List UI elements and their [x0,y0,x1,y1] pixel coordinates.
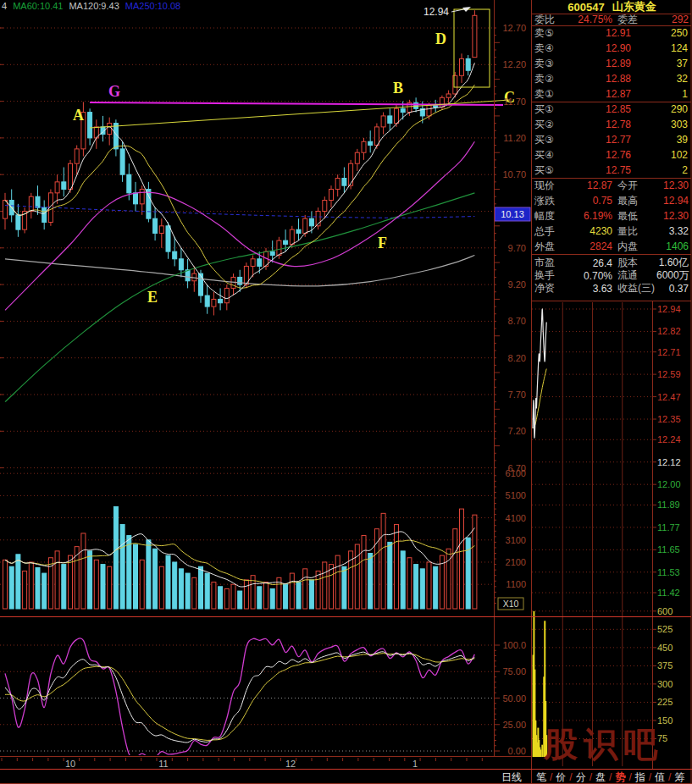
volume-bar [42,573,47,609]
kdj-axis-label: 50.00 [502,693,526,704]
peak-price-label: 12.94 [424,6,449,18]
tab-0[interactable]: 笔 [534,770,549,784]
field-label: 最高 [612,194,656,208]
volume-bar [113,506,118,609]
volume-bar [159,566,163,609]
candle-up [3,201,8,219]
tab-7[interactable]: 筹 [672,770,687,784]
volume-bar [36,568,40,609]
candle-up [355,152,359,163]
month-label-11: 11 [158,759,168,769]
candle-down [36,196,40,207]
volume-bar [414,565,418,609]
bid-row-2[interactable]: 买②12.78303 [532,117,692,132]
level-label: 买⑤ [532,163,565,178]
kdj-k-line [5,652,474,743]
candle-up [473,15,477,57]
level-price[interactable]: 12.85 [565,103,631,115]
volume-bar [368,554,373,610]
volume-bar [284,584,288,609]
candle-up [349,163,353,185]
volume-axis-label: 1100 [506,579,526,589]
candle-down [368,141,373,145]
candle-down [166,226,170,251]
volume-bar [23,571,27,609]
ask-row-4[interactable]: 卖④12.90124 [532,41,692,56]
tab-6[interactable]: 值 [652,770,667,784]
volume-bar [199,566,203,609]
level-price[interactable]: 12.90 [565,42,631,54]
level-qty: 1 [631,88,692,100]
intraday-vol-label: 450 [657,643,673,653]
volume-bar [179,569,183,609]
tab-2[interactable]: 分 [573,770,589,784]
candle-up [374,127,379,146]
level-price[interactable]: 12.78 [565,119,631,130]
intraday-vol-bar [541,745,543,757]
intraday-price-label: 11.65 [657,544,680,555]
level-qty: 2 [631,164,692,176]
level-price[interactable]: 12.88 [565,73,631,85]
ask-row-2[interactable]: 卖②12.8832 [532,71,692,86]
annotation-letter-E: E [147,289,158,306]
annotation-letter-B: B [393,80,403,97]
field-value: 4230 [565,225,612,237]
level-price[interactable]: 12.89 [565,58,631,69]
level-label: 卖④ [532,41,565,56]
tab-daily[interactable]: 日线 [501,770,529,784]
level-price[interactable]: 12.77 [565,134,631,146]
field-value: 12.87 [565,179,612,191]
level-label: 买④ [532,148,565,163]
volume-bar [108,566,112,609]
volume-bar [309,580,313,609]
candle-down [16,215,20,229]
volume-bar [257,587,262,609]
intraday-price-label: 12.00 [657,479,681,489]
annotation-letter-A: A [73,107,84,124]
annotation-letter-G: G [108,83,120,100]
volume-bar [466,538,470,609]
level-label: 卖⑤ [532,26,565,41]
tab-1[interactable]: 价 [553,770,568,784]
volume-bar [362,536,366,609]
level-price[interactable]: 12.75 [565,164,631,176]
intraday-vol-label: 375 [657,660,673,671]
field-value: 3.63 [565,283,612,295]
bid-row-3[interactable]: 买③12.7739 [532,132,692,147]
volume-bar [153,549,158,609]
month-label-12: 12 [285,759,296,769]
level-price[interactable]: 12.76 [565,149,631,161]
volume-bar [224,588,229,609]
bid-row-5[interactable]: 买⑤12.752 [532,163,692,178]
volume-bar [342,566,346,609]
field-value: 6.19% [565,210,612,222]
bid-row-1[interactable]: 买①12.85290 [532,102,692,117]
field-label: 收益(三) [612,281,656,295]
intraday-vol-label: 75 [657,733,667,743]
volume-bar [316,571,320,609]
field-label: 总手 [532,224,565,239]
ask-row-3[interactable]: 卖③12.8937 [532,56,692,71]
level-qty: 37 [631,58,692,69]
price-axis-label: 10.70 [502,169,526,179]
trading-terminal: 12.94AGBCDEF12.7012.2011.7011.2010.709.7… [0,0,692,784]
ask-row-5[interactable]: 卖⑤12.91250 [532,25,692,41]
level-price[interactable]: 12.87 [565,88,631,100]
candle-down [284,240,288,244]
tab-3[interactable]: 盘 [593,770,608,784]
bottom-tab-bar: 日线 笔/价/分/盘/势/指/值/筹 [0,770,692,784]
candle-down [127,174,131,193]
bid-row-4[interactable]: 买④12.76102 [532,147,692,163]
candle-up [362,141,366,152]
level-price[interactable]: 12.91 [565,27,631,39]
ask-row-1[interactable]: 卖①12.871 [532,86,692,102]
tab-4[interactable]: 势 [612,770,628,784]
level-qty: 303 [631,119,692,130]
field-label: 量比 [612,224,656,239]
field-value: 12.94 [656,195,692,207]
volume-bar [231,584,235,609]
candle-up [381,116,385,127]
intraday-price-label: 12.35 [657,414,681,424]
tab-5[interactable]: 指 [633,770,648,784]
intraday-price-label: 11.89 [657,500,680,510]
